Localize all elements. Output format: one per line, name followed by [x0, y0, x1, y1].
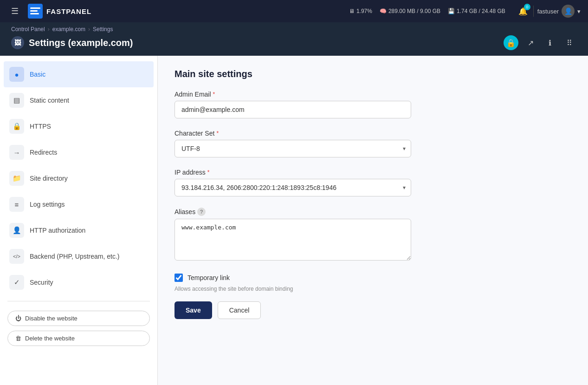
character-set-required: * [216, 130, 219, 137]
svg-rect-1 [30, 7, 40, 9]
breadcrumb-example-com[interactable]: example.com [52, 26, 85, 33]
character-set-label-text: Character Set [174, 130, 214, 137]
aliases-help-icon[interactable]: ? [197, 208, 206, 216]
sidebar-label-site-directory: Site directory [30, 175, 68, 182]
ip-address-label: IP address * [174, 169, 571, 176]
temporary-link-checkbox[interactable] [174, 274, 183, 282]
sidebar-item-backend[interactable]: </> Backend (PHP, Upstream, etc.) [0, 243, 157, 269]
backend-icon: </> [9, 249, 24, 264]
svg-rect-2 [30, 10, 38, 12]
sidebar-divider [7, 301, 150, 301]
ram-icon: 🧠 [380, 8, 387, 14]
navbar: ☰ FASTPANEL 🖥 1.97% 🧠 289.00 MB / 9.00 G… [0, 0, 588, 22]
svg-rect-3 [30, 13, 39, 14]
ram-stat: 🧠 289.00 MB / 9.00 GB [380, 8, 440, 14]
disable-website-button[interactable]: ⏻ Disable the website [7, 311, 150, 326]
user-menu[interactable]: fastuser 👤 ▾ [537, 5, 581, 18]
sidebar-label-basic: Basic [30, 71, 45, 78]
hamburger-menu[interactable]: ☰ [7, 4, 22, 19]
http-auth-icon: 👤 [9, 223, 24, 238]
character-set-label: Character Set * [174, 130, 571, 137]
disk-icon: 💾 [448, 8, 455, 14]
cancel-button[interactable]: Cancel [218, 301, 261, 319]
admin-email-group: Admin Email * [174, 91, 571, 118]
temporary-link-help: Allows accessing the site before domain … [174, 286, 571, 292]
breadcrumb-current: Settings [93, 26, 113, 33]
sidebar: ● Basic ▤ Static content 🔒 HTTPS → Redir… [0, 56, 158, 385]
sidebar-item-redirects[interactable]: → Redirects [0, 139, 157, 165]
page-title-icon: 🖼 [11, 36, 24, 49]
system-stats: 🖥 1.97% 🧠 289.00 MB / 9.00 GB 💾 1.74 GB … [349, 8, 505, 14]
save-button[interactable]: Save [174, 301, 212, 319]
ip-address-required: * [207, 169, 210, 176]
power-icon: ⏻ [15, 315, 21, 322]
aliases-textarea[interactable]: www.example.com [174, 219, 411, 261]
sidebar-label-redirects: Redirects [30, 149, 57, 156]
cpu-value: 1.97% [356, 8, 372, 14]
info-button[interactable]: ℹ [543, 35, 557, 50]
ip-address-group: IP address * 93.184.216.34, 2606:2800:22… [174, 169, 571, 196]
security-icon: ✓ [9, 275, 24, 290]
disk-stat: 💾 1.74 GB / 24.48 GB [448, 8, 505, 14]
brand-logo: FASTPANEL [28, 4, 343, 19]
chevron-down-icon: ▾ [577, 8, 581, 15]
external-link-button[interactable]: ↗ [523, 35, 538, 50]
grid-button[interactable]: ⠿ [562, 35, 577, 50]
form-actions: Save Cancel [174, 301, 571, 319]
redirects-icon: → [9, 145, 24, 160]
avatar: 👤 [562, 5, 575, 18]
disable-website-label: Disable the website [25, 315, 78, 322]
cpu-stat: 🖥 1.97% [349, 8, 372, 14]
sidebar-item-site-directory[interactable]: 📁 Site directory [0, 165, 157, 191]
log-settings-icon: ≡ [9, 197, 24, 212]
sidebar-label-static-content: Static content [30, 97, 69, 104]
page-title-row: 🖼 Settings (example.com) 🔒 ↗ ℹ ⠿ [11, 35, 577, 50]
delete-website-button[interactable]: 🗑 Delete the website [7, 331, 150, 346]
disk-value: 1.74 GB / 24.48 GB [457, 8, 505, 14]
content-area: Main site settings Admin Email * Charact… [158, 56, 588, 385]
breadcrumb-sep-2: › [88, 26, 90, 33]
sidebar-item-log-settings[interactable]: ≡ Log settings [0, 191, 157, 217]
temporary-link-row: Temporary link [174, 274, 571, 282]
main-layout: ● Basic ▤ Static content 🔒 HTTPS → Redir… [0, 56, 588, 385]
ip-address-select[interactable]: 93.184.216.34, 2606:2800:220:1:248:1893:… [174, 179, 411, 196]
aliases-label-text: Aliases [174, 208, 195, 215]
aliases-label: Aliases ? [174, 208, 571, 216]
notification-bell[interactable]: 🔔 0 [517, 5, 530, 18]
admin-email-input[interactable] [174, 101, 411, 118]
breadcrumb-control-panel[interactable]: Control Panel [11, 26, 45, 33]
admin-email-required: * [213, 91, 215, 98]
sidebar-label-log-settings: Log settings [30, 201, 65, 208]
sidebar-item-security[interactable]: ✓ Security [0, 269, 157, 295]
sidebar-label-https: HTTPS [30, 123, 51, 130]
page-header: Control Panel › example.com › Settings 🖼… [0, 22, 588, 56]
section-title: Main site settings [174, 69, 571, 79]
sidebar-label-http-auth: HTTP authorization [30, 227, 85, 234]
page-header-actions: 🔒 ↗ ℹ ⠿ [504, 35, 577, 50]
sidebar-item-static-content[interactable]: ▤ Static content [0, 87, 157, 113]
sidebar-item-basic[interactable]: ● Basic [4, 61, 154, 87]
page-title-text: Settings (example.com) [29, 38, 133, 48]
character-set-select[interactable]: UTF-8 ISO-8859-1 windows-1251 [174, 140, 411, 157]
admin-email-label: Admin Email * [174, 91, 571, 98]
sidebar-label-security: Security [30, 279, 53, 286]
sidebar-label-backend: Backend (PHP, Upstream, etc.) [30, 253, 119, 260]
lock-button[interactable]: 🔒 [504, 35, 518, 50]
breadcrumb-sep-1: › [48, 26, 50, 33]
sidebar-actions: ⏻ Disable the website 🗑 Delete the websi… [0, 307, 157, 350]
sidebar-item-https[interactable]: 🔒 HTTPS [0, 113, 157, 139]
brand-icon [28, 4, 43, 19]
brand-name: FASTPANEL [46, 7, 91, 15]
aliases-group: Aliases ? www.example.com [174, 208, 571, 262]
temporary-link-label[interactable]: Temporary link [187, 274, 230, 281]
delete-website-label: Delete the website [25, 335, 75, 342]
basic-icon: ● [9, 67, 24, 82]
sidebar-item-http-authorization[interactable]: 👤 HTTP authorization [0, 217, 157, 243]
static-content-icon: ▤ [9, 93, 24, 108]
username-label: fastuser [537, 8, 559, 15]
page-title: 🖼 Settings (example.com) [11, 36, 133, 49]
trash-icon: 🗑 [15, 335, 21, 342]
divider [533, 6, 534, 17]
character-set-group: Character Set * UTF-8 ISO-8859-1 windows… [174, 130, 571, 157]
ram-value: 289.00 MB / 9.00 GB [388, 8, 440, 14]
